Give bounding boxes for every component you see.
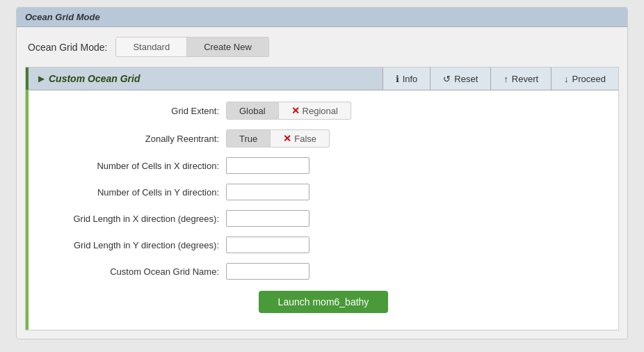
false-button[interactable]: ✕ False xyxy=(271,129,330,147)
global-button[interactable]: Global xyxy=(226,102,279,120)
revert-button[interactable]: ↑ Revert xyxy=(490,67,551,90)
toolbar-buttons: ℹ Info ↺ Reset ↑ Revert ↓ Proceed xyxy=(383,67,618,90)
cells-y-input[interactable] xyxy=(226,184,309,200)
launch-button[interactable]: Launch mom6_bathy xyxy=(259,291,389,313)
info-button[interactable]: ℹ Info xyxy=(383,67,430,90)
grid-name-label: Custom Ocean Grid Name: xyxy=(45,266,226,277)
grid-extent-row: Grid Extent: Global ✕ Regional xyxy=(45,102,602,120)
regional-button[interactable]: ✕ Regional xyxy=(279,102,351,120)
cells-y-label: Number of Cells in Y direction: xyxy=(45,187,226,198)
length-y-label: Grid Length in Y direction (degrees): xyxy=(45,240,226,250)
grid-extent-toggle: Global ✕ Regional xyxy=(226,102,351,120)
panel-header: Ocean Grid Mode xyxy=(17,8,627,27)
reset-icon: ↺ xyxy=(443,74,451,84)
create-new-mode-button[interactable]: Create New xyxy=(187,37,269,57)
custom-ocean-grid-panel: ▶ Custom Ocean Grid ℹ Info ↺ Reset ↑ Rev… xyxy=(25,67,619,330)
launch-row: Launch mom6_bathy xyxy=(29,291,618,319)
mode-button-group: Standard Create New xyxy=(115,37,268,57)
cells-x-row: Number of Cells in X direction: xyxy=(45,157,602,174)
proceed-button[interactable]: ↓ Proceed xyxy=(551,67,618,90)
grid-name-row: Custom Ocean Grid Name: xyxy=(45,263,602,280)
zonally-reentrant-toggle: True ✕ False xyxy=(226,129,330,147)
x-icon-false: ✕ xyxy=(283,133,291,144)
zonally-reentrant-row: Zonally Reentrant: True ✕ False xyxy=(45,129,602,147)
standard-mode-button[interactable]: Standard xyxy=(115,37,187,57)
true-button[interactable]: True xyxy=(226,129,271,147)
form-section: Grid Extent: Global ✕ Regional Zonally R… xyxy=(29,102,618,280)
revert-icon: ↑ xyxy=(504,74,508,84)
panel-body: Grid Extent: Global ✕ Regional Zonally R… xyxy=(26,90,618,330)
main-window: Ocean Grid Mode Ocean Grid Mode: Standar… xyxy=(16,7,628,339)
length-y-row: Grid Length in Y direction (degrees): xyxy=(45,237,602,253)
cells-x-input[interactable] xyxy=(226,157,309,174)
zonally-reentrant-label: Zonally Reentrant: xyxy=(45,134,226,144)
mode-row: Ocean Grid Mode: Standard Create New xyxy=(17,27,627,67)
arrow-icon: ▶ xyxy=(38,74,45,83)
reset-button[interactable]: ↺ Reset xyxy=(430,67,490,90)
length-x-row: Grid Length in X direction (degrees): xyxy=(45,210,602,227)
length-x-label: Grid Length in X direction (degrees): xyxy=(45,214,226,224)
proceed-icon: ↓ xyxy=(564,74,569,84)
cells-y-row: Number of Cells in Y direction: xyxy=(45,184,602,200)
grid-name-input[interactable] xyxy=(226,263,309,280)
cells-x-label: Number of Cells in X direction: xyxy=(45,161,226,171)
length-y-input[interactable] xyxy=(226,237,309,253)
mode-label: Ocean Grid Mode: xyxy=(28,42,107,53)
grid-extent-label: Grid Extent: xyxy=(45,106,226,116)
panel-toolbar: ▶ Custom Ocean Grid ℹ Info ↺ Reset ↑ Rev… xyxy=(26,67,618,90)
panel-header-title: Ocean Grid Mode xyxy=(25,12,100,22)
length-x-input[interactable] xyxy=(226,210,309,227)
info-icon: ℹ xyxy=(396,74,399,84)
panel-title: Custom Ocean Grid xyxy=(49,73,140,84)
panel-title-area: ▶ Custom Ocean Grid xyxy=(26,67,383,90)
x-icon: ✕ xyxy=(291,105,300,116)
